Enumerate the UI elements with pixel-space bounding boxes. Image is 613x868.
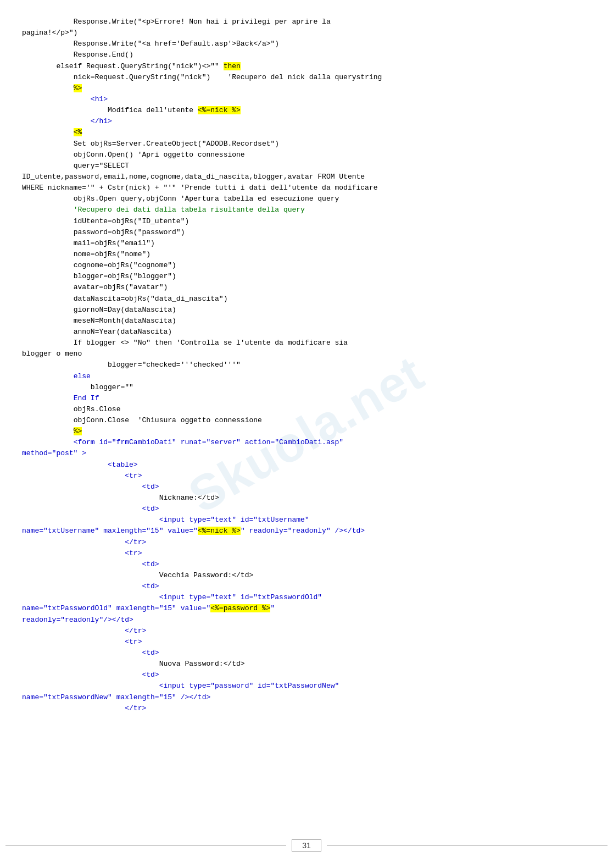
code-token: password=objRs("password") [74,228,185,236]
code-token: idUtente=objRs("ID_utente") [74,217,190,225]
code-line: If blogger <> "No" then 'Controlla se l'… [22,338,591,349]
code-line: </tr> [22,703,591,714]
code-token: Response.End() [74,51,133,59]
code-line: <% [22,127,591,138]
code-token: </tr> [125,538,146,546]
code-token: Modifica dell'utente [108,106,198,114]
code-token: avatar=objRs("avatar") [74,283,168,291]
code-line: elseif Request.QueryString("nick")<>"" t… [22,61,591,72]
code-line: nick=Request.QueryString("nick") 'Recupe… [22,72,591,83]
code-line: blogger=objRs("blogger") [22,271,591,282]
code-token: <tr> [125,472,142,480]
code-line: <table> [22,460,591,471]
code-token: <% [74,128,82,136]
code-token: " [270,604,275,612]
code-token: %> [74,427,82,435]
code-line: Set objRs=Server.CreateObject("ADODB.Rec… [22,139,591,150]
code-token: <td> [142,560,159,568]
code-token: <td> [142,649,159,657]
code-token: WHERE nickname='" + Cstr(nick) + "'" 'Pr… [22,184,378,192]
code-line: End If [22,393,591,404]
code-line: blogger="checked='''checked'''" [22,360,591,371]
code-token: blogger="checked='''checked'''" [108,361,241,369]
code-line: Response.Write("<a href='Default.asp'>Ba… [22,38,591,49]
code-line: <h1> [22,94,591,105]
code-line: objRs.Close [22,404,591,415]
code-line: query="SELECT [22,161,591,172]
code-line: nome=objRs("nome") [22,249,591,260]
code-line: %> [22,83,591,94]
code-token: <td> [142,671,159,679]
code-line: <td> [22,648,591,659]
code-line: blogger o meno [22,349,591,360]
code-line: <tr> [22,637,591,648]
code-token: meseN=Month(dataNascita) [74,317,176,325]
code-line: mail=objRs("email") [22,238,591,249]
page-number: 31 [292,839,321,852]
code-token: name="txtPasswordOld" maxlength="15" val… [22,604,210,612]
code-line: <td> [22,504,591,515]
code-line: annoN=Year(dataNascita) [22,327,591,338]
code-line: </h1> [22,116,591,127]
code-line: method="post" > [22,448,591,459]
code-line: <td> [22,581,591,592]
code-line: <td> [22,482,591,493]
code-token: Response.Write("<a href='Default.asp'>Ba… [74,40,279,48]
code-line: Modifica dell'utente <%=nick %> [22,105,591,116]
code-line: Nuova Password:</td> [22,659,591,670]
code-line: cognome=objRs("cognome") [22,260,591,271]
code-line: <tr> [22,471,591,482]
code-token: blogger o meno [22,350,82,358]
code-token: <%=nick %> [198,527,241,535]
code-token: <input type="password" id="txtPasswordNe… [159,682,339,690]
code-token: blogger="" [91,383,133,391]
code-token: then [224,62,241,70]
code-token: <input type="text" id="txtUsername" [159,516,309,524]
code-line: avatar=objRs("avatar") [22,282,591,293]
code-block: Response.Write("<p>Errore! Non hai i pri… [22,16,591,714]
code-line: <tr> [22,548,591,559]
code-line: readonly="readonly"/></td> [22,615,591,626]
code-line: pagina!</p>") [22,27,591,38]
code-line: Response.Write("<p>Errore! Non hai i pri… [22,16,591,27]
code-token: cognome=objRs("cognome") [74,261,176,269]
code-line: %> [22,426,591,437]
code-token: Nickname:</td> [159,494,219,502]
code-token: <%=nick %> [198,106,241,114]
code-token: elseif Request.QueryString("nick")<>"" [56,62,223,70]
code-token: objRs.Close [74,405,121,413]
code-token: dataNascita=objRs("data_di_nascita") [74,295,228,303]
code-line: dataNascita=objRs("data_di_nascita") [22,294,591,305]
code-line: </tr> [22,626,591,637]
code-token: giornoN=Day(dataNascita) [74,306,176,314]
code-token: </tr> [125,704,146,712]
code-line: Vecchia Password:</td> [22,570,591,581]
code-token: ID_utente,password,email,nome,cognome,da… [22,173,365,181]
code-token: <form id="frmCambioDati" runat="server" … [74,438,343,446]
code-token: objConn.Close 'Chiusura oggetto connessi… [74,416,262,424]
code-token: method="post" > [22,449,86,457]
code-token: <tr> [125,638,142,646]
code-line: objConn.Open() 'Apri oggetto connessione [22,150,591,161]
code-token: else [74,372,91,380]
code-token: Set objRs=Server.CreateObject("ADODB.Rec… [74,140,279,148]
code-line: password=objRs("password") [22,227,591,238]
code-line: name="txtUsername" maxlength="15" value=… [22,526,591,537]
code-line: blogger="" [22,382,591,393]
code-token: nome=objRs("nome") [74,250,151,258]
code-token: name="txtUsername" maxlength="15" value=… [22,527,198,535]
code-line: </tr> [22,537,591,548]
code-line: <form id="frmCambioDati" runat="server" … [22,437,591,448]
code-token: <td> [142,483,159,491]
code-token: <%=password %> [210,604,270,612]
code-token: <h1> [91,95,108,103]
page-container: Skuola.net Response.Write("<p>Errore! No… [0,0,613,868]
code-token: pagina!</p>") [22,29,77,37]
code-line: <input type="text" id="txtUsername" [22,515,591,526]
code-line: <td> [22,670,591,681]
code-token: If blogger <> "No" then 'Controlla se l'… [74,339,348,347]
code-token: <td> [142,505,159,513]
code-token: Nuova Password:</td> [159,660,245,668]
code-line: meseN=Month(dataNascita) [22,316,591,327]
code-line: ID_utente,password,email,nome,cognome,da… [22,172,591,183]
